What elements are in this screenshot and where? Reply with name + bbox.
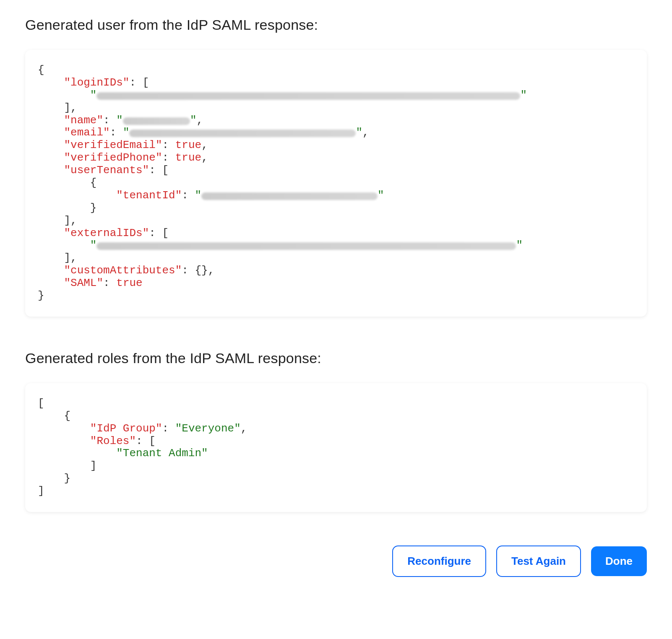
- generated-roles-section: Generated roles from the IdP SAML respon…: [25, 350, 647, 512]
- redacted-email: [129, 130, 356, 137]
- redacted-tenantid: [201, 192, 378, 200]
- reconfigure-button[interactable]: Reconfigure: [392, 545, 486, 577]
- generated-user-title: Generated user from the IdP SAML respons…: [25, 17, 647, 33]
- redacted-loginid: [96, 92, 520, 100]
- generated-roles-title: Generated roles from the IdP SAML respon…: [25, 350, 647, 366]
- action-button-row: Reconfigure Test Again Done: [25, 545, 647, 577]
- done-button[interactable]: Done: [591, 546, 647, 576]
- test-again-button[interactable]: Test Again: [496, 545, 581, 577]
- redacted-externalid: [96, 242, 516, 250]
- generated-roles-json-panel: [ { "IdP Group": "Everyone", "Roles": [ …: [25, 383, 647, 512]
- generated-user-section: Generated user from the IdP SAML respons…: [25, 17, 647, 317]
- generated-user-json-panel: { "loginIDs": [ "" ], "name": "", "email…: [25, 50, 647, 317]
- redacted-name: [123, 117, 190, 125]
